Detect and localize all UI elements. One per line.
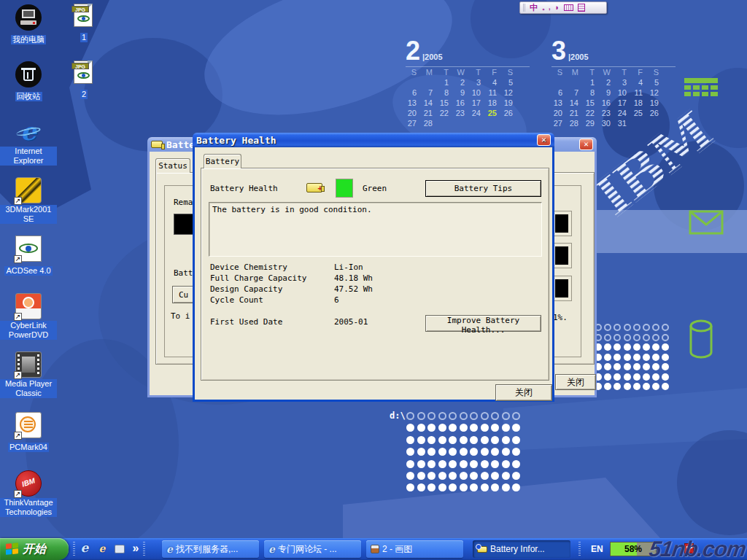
wallpaper-dot	[604, 354, 611, 361]
wallpaper-dot	[643, 343, 650, 351]
desktop: IBM 2|2005SMTWTFS12345678910111213141516…	[0, 0, 747, 560]
desktop-icon-acdsee[interactable]: ↗ACDSee 4.0	[0, 236, 57, 276]
tab-battery[interactable]: Battery	[204, 154, 241, 168]
calendar-day: 8	[438, 88, 454, 98]
close-button-background-dialog[interactable]: 关闭	[555, 374, 596, 390]
wallpaper-dot	[481, 412, 489, 420]
wallpaper-dot	[460, 472, 468, 480]
calendar-day: 25	[486, 109, 502, 119]
desktop-icon-jpg-1[interactable]: JPG1	[55, 2, 112, 43]
wallpaper-dot	[417, 436, 425, 444]
desktop-icon-thinkvantage[interactable]: IBM↗ThinkVantage Technologies	[0, 470, 57, 518]
taskbar-task-1[interactable]: e找不到服务器,...	[162, 540, 259, 558]
ime-chinese-mode-icon[interactable]: 中	[530, 4, 538, 12]
battery-health-titlebar[interactable]: Battery Health ✕	[193, 133, 554, 147]
battery-indicator-box	[552, 211, 571, 236]
wallpaper-dot	[406, 412, 414, 420]
calendar-day: 22	[584, 109, 600, 119]
wallpaper-dot	[449, 472, 457, 480]
wallpaper-dot	[643, 324, 650, 331]
taskbar-task-4[interactable]: Battery Infor...	[473, 540, 570, 558]
calendar-day	[632, 119, 648, 129]
wallpaper-dot	[604, 373, 611, 381]
desktop-icon-mycomputer[interactable]: 我的电脑	[0, 4, 57, 45]
desktop-icon-recycle[interactable]: 回收站	[0, 61, 57, 102]
calendar-day: 3	[616, 78, 632, 88]
wallpaper-dot	[481, 483, 489, 491]
calendar-weekday-header: T	[584, 68, 600, 78]
desktop-icon-mark3d[interactable]: ↗3DMark2001 SE	[0, 177, 57, 225]
calendar-day: 2	[600, 78, 616, 88]
calendar-day: 27	[406, 119, 422, 129]
calendar-day: 1	[584, 78, 600, 88]
close-icon[interactable]: ✕	[579, 139, 593, 150]
ime-grip-handle[interactable]	[523, 4, 525, 12]
close-icon[interactable]: ✕	[537, 134, 551, 146]
taskbar-task-3[interactable]: 2 - 画图	[366, 540, 463, 558]
wallpaper-dot	[481, 448, 489, 456]
calendar-weekday-header: S	[502, 68, 518, 78]
quicklaunch-chevron-icon[interactable]: »	[128, 542, 143, 556]
wallpaper-dot	[633, 373, 640, 381]
wallpaper-dot	[643, 373, 650, 381]
calendar-day: 20	[551, 109, 568, 119]
battery-icon	[477, 546, 487, 553]
calendar-day: 31	[616, 119, 632, 129]
calendar-day: 24	[616, 109, 632, 119]
wallpaper-dot	[417, 483, 425, 491]
wallpaper-dot	[643, 363, 650, 370]
calendar-weekday-header: T	[438, 68, 454, 78]
paint-icon	[371, 545, 379, 553]
calendar-day: 28	[422, 119, 438, 129]
quicklaunch-ie-icon[interactable]: e	[77, 542, 92, 556]
calendar-day: 26	[648, 109, 664, 119]
wallpaper-dot	[460, 424, 468, 432]
calendar-day: 27	[551, 119, 568, 129]
wallpaper-dot	[491, 412, 499, 420]
calendar-day: 3	[470, 78, 486, 88]
battery-tips-button[interactable]: Battery Tips	[425, 180, 541, 197]
calendar-day: 12	[648, 88, 664, 98]
task-label: 2 - 画图	[382, 543, 412, 556]
desktop-icon-mpc[interactable]: ↗Media Player Classic	[0, 351, 57, 399]
calendar-day: 10	[616, 88, 632, 98]
ime-language-bar[interactable]: 中 。, ◗	[519, 1, 607, 14]
quicklaunch-show-desktop-icon[interactable]	[112, 542, 127, 556]
task-label: 专门网论坛 - ...	[278, 543, 337, 556]
tab-status[interactable]: Status	[155, 158, 190, 173]
start-button[interactable]: 开始	[0, 538, 69, 560]
desktop-icon-powerdvd[interactable]: ↗CyberLink PowerDVD	[0, 293, 57, 341]
quicklaunch-browser-icon[interactable]: e	[95, 542, 109, 556]
wallpaper-dot	[481, 424, 489, 432]
ime-pen-icon[interactable]: ◗	[555, 4, 560, 12]
wallpaper-dot	[512, 436, 520, 444]
calendar-year: |2005	[568, 52, 589, 61]
calendar-day: 19	[502, 98, 518, 109]
wallpaper-dot	[633, 354, 640, 361]
desktop-icon-pcmark[interactable]: ↗PCMark04	[0, 412, 57, 453]
wallpaper-dot	[460, 436, 468, 444]
desktop-icon-ie[interactable]: eInternet Explorer	[0, 119, 57, 166]
wallpaper-dot	[502, 472, 510, 480]
calendar-day: 5	[648, 78, 664, 88]
wallpaper-dot	[481, 436, 489, 444]
wallpaper-dot	[624, 373, 631, 381]
wallpaper-dot	[438, 412, 446, 420]
wallpaper-dot	[491, 460, 499, 468]
calendar-february-2005: 2|2005SMTWTFS123456789101112131415161718…	[406, 40, 530, 129]
wallpaper-dot	[427, 412, 436, 420]
ime-keyboard-icon[interactable]	[564, 4, 573, 11]
wallpaper-dot	[633, 343, 640, 351]
desktop-icon-jpg-2[interactable]: JPG2	[55, 59, 112, 100]
calendar-day: 20	[406, 109, 422, 119]
pcmark-icon: ↗	[15, 412, 42, 438]
ime-punctuation-icon[interactable]: 。,	[542, 4, 551, 12]
taskbar-task-2[interactable]: e专门网论坛 - ...	[264, 540, 361, 558]
close-button[interactable]: 关闭	[495, 384, 552, 401]
desktop-icon-label: CyberLink PowerDVD	[0, 321, 57, 340]
wallpaper-dot	[438, 436, 446, 444]
language-indicator[interactable]: EN	[591, 544, 603, 554]
improve-battery-health-button[interactable]: Improve Battery Health...	[425, 315, 541, 332]
ime-menu-icon[interactable]	[578, 4, 585, 12]
shortcut-arrow-icon: ↗	[14, 313, 22, 321]
